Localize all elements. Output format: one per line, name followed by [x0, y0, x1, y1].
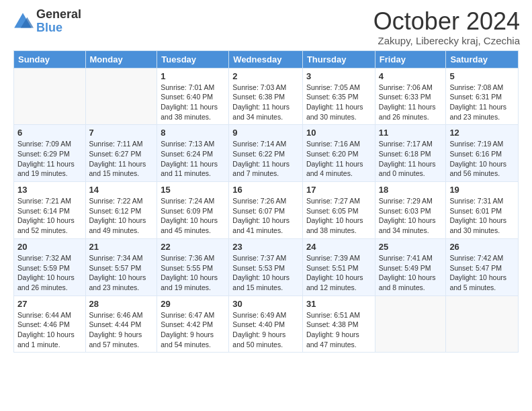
day-info: Sunrise: 7:08 AM Sunset: 6:31 PM Dayligh… — [449, 83, 515, 122]
logo: General Blue — [12, 8, 81, 35]
calendar-week-row: 20Sunrise: 7:32 AM Sunset: 5:59 PM Dayli… — [14, 238, 519, 295]
day-info: Sunrise: 7:21 AM Sunset: 6:14 PM Dayligh… — [17, 196, 82, 236]
calendar-cell: 28Sunrise: 6:46 AM Sunset: 4:44 PM Dayli… — [85, 295, 157, 353]
calendar-cell: 2Sunrise: 7:03 AM Sunset: 6:38 PM Daylig… — [229, 68, 303, 125]
calendar-cell: 22Sunrise: 7:36 AM Sunset: 5:55 PM Dayli… — [157, 238, 229, 295]
calendar-cell: 31Sunrise: 6:51 AM Sunset: 4:38 PM Dayli… — [302, 295, 375, 353]
calendar-cell: 12Sunrise: 7:19 AM Sunset: 6:16 PM Dayli… — [446, 125, 519, 182]
day-info: Sunrise: 7:06 AM Sunset: 6:33 PM Dayligh… — [379, 83, 443, 122]
calendar-cell: 16Sunrise: 7:26 AM Sunset: 6:07 PM Dayli… — [229, 182, 303, 239]
day-info: Sunrise: 7:27 AM Sunset: 6:05 PM Dayligh… — [306, 196, 371, 236]
day-info: Sunrise: 7:31 AM Sunset: 6:01 PM Dayligh… — [449, 196, 515, 236]
day-info: Sunrise: 7:05 AM Sunset: 6:35 PM Dayligh… — [306, 83, 371, 122]
weekday-header: Sunday — [14, 50, 86, 68]
calendar-cell: 18Sunrise: 7:29 AM Sunset: 6:03 PM Dayli… — [375, 182, 446, 239]
day-number: 2 — [232, 71, 299, 81]
day-info: Sunrise: 7:29 AM Sunset: 6:03 PM Dayligh… — [379, 196, 443, 236]
day-number: 27 — [17, 299, 82, 309]
day-number: 5 — [449, 71, 515, 81]
calendar-cell: 21Sunrise: 7:34 AM Sunset: 5:57 PM Dayli… — [85, 238, 157, 295]
calendar-cell — [446, 295, 519, 353]
logo-icon — [12, 11, 34, 32]
weekday-header: Friday — [375, 50, 446, 68]
calendar-week-row: 27Sunrise: 6:44 AM Sunset: 4:46 PM Dayli… — [14, 295, 519, 353]
day-number: 31 — [306, 299, 371, 309]
day-info: Sunrise: 7:09 AM Sunset: 6:29 PM Dayligh… — [17, 139, 82, 179]
calendar-cell: 3Sunrise: 7:05 AM Sunset: 6:35 PM Daylig… — [302, 68, 375, 125]
header-row: SundayMondayTuesdayWednesdayThursdayFrid… — [14, 50, 519, 68]
day-number: 26 — [449, 242, 515, 252]
day-number: 6 — [17, 128, 82, 138]
calendar-cell: 19Sunrise: 7:31 AM Sunset: 6:01 PM Dayli… — [446, 182, 519, 239]
day-number: 14 — [89, 185, 154, 195]
day-number: 16 — [232, 185, 299, 195]
weekday-header: Saturday — [446, 50, 519, 68]
day-info: Sunrise: 7:37 AM Sunset: 5:53 PM Dayligh… — [232, 253, 299, 293]
day-info: Sunrise: 7:32 AM Sunset: 5:59 PM Dayligh… — [17, 253, 82, 293]
day-info: Sunrise: 7:11 AM Sunset: 6:27 PM Dayligh… — [89, 139, 154, 179]
calendar-week-row: 1Sunrise: 7:01 AM Sunset: 6:40 PM Daylig… — [14, 68, 519, 125]
day-number: 24 — [306, 242, 371, 252]
calendar-header: SundayMondayTuesdayWednesdayThursdayFrid… — [14, 50, 519, 68]
day-info: Sunrise: 7:01 AM Sunset: 6:40 PM Dayligh… — [161, 83, 225, 122]
day-number: 4 — [379, 71, 443, 81]
day-info: Sunrise: 6:51 AM Sunset: 4:38 PM Dayligh… — [306, 310, 371, 350]
day-info: Sunrise: 7:19 AM Sunset: 6:16 PM Dayligh… — [449, 139, 515, 179]
calendar-cell: 26Sunrise: 7:42 AM Sunset: 5:47 PM Dayli… — [446, 238, 519, 295]
weekday-header: Wednesday — [229, 50, 303, 68]
day-number: 11 — [379, 128, 443, 138]
day-number: 7 — [89, 128, 154, 138]
day-info: Sunrise: 7:24 AM Sunset: 6:09 PM Dayligh… — [161, 196, 225, 236]
logo-general-text: General — [36, 8, 81, 21]
calendar-cell — [14, 68, 86, 125]
day-number: 23 — [232, 242, 299, 252]
day-number: 20 — [17, 242, 82, 252]
weekday-header: Monday — [85, 50, 157, 68]
day-info: Sunrise: 7:34 AM Sunset: 5:57 PM Dayligh… — [89, 253, 154, 293]
day-number: 9 — [232, 128, 299, 138]
day-number: 1 — [161, 71, 225, 81]
calendar-cell: 24Sunrise: 7:39 AM Sunset: 5:51 PM Dayli… — [302, 238, 375, 295]
location: Zakupy, Liberecky kraj, Czechia — [373, 35, 520, 46]
calendar-week-row: 6Sunrise: 7:09 AM Sunset: 6:29 PM Daylig… — [14, 125, 519, 182]
day-number: 30 — [232, 299, 299, 309]
day-info: Sunrise: 7:14 AM Sunset: 6:22 PM Dayligh… — [232, 139, 299, 179]
day-number: 19 — [449, 185, 515, 195]
calendar-cell: 17Sunrise: 7:27 AM Sunset: 6:05 PM Dayli… — [302, 182, 375, 239]
calendar-cell: 27Sunrise: 6:44 AM Sunset: 4:46 PM Dayli… — [14, 295, 86, 353]
calendar-cell: 30Sunrise: 6:49 AM Sunset: 4:40 PM Dayli… — [229, 295, 303, 353]
day-info: Sunrise: 7:41 AM Sunset: 5:49 PM Dayligh… — [379, 253, 443, 293]
calendar-cell: 13Sunrise: 7:21 AM Sunset: 6:14 PM Dayli… — [14, 182, 86, 239]
weekday-header: Tuesday — [157, 50, 229, 68]
day-info: Sunrise: 7:03 AM Sunset: 6:38 PM Dayligh… — [232, 83, 299, 122]
calendar-cell: 4Sunrise: 7:06 AM Sunset: 6:33 PM Daylig… — [375, 68, 446, 125]
calendar-week-row: 13Sunrise: 7:21 AM Sunset: 6:14 PM Dayli… — [14, 182, 519, 239]
day-number: 3 — [306, 71, 371, 81]
page-header: General Blue October 2024 Zakupy, Libere… — [0, 0, 532, 50]
calendar-cell — [85, 68, 157, 125]
day-info: Sunrise: 6:49 AM Sunset: 4:40 PM Dayligh… — [232, 310, 299, 350]
calendar-body: 1Sunrise: 7:01 AM Sunset: 6:40 PM Daylig… — [14, 68, 519, 353]
day-number: 12 — [449, 128, 515, 138]
day-info: Sunrise: 6:44 AM Sunset: 4:46 PM Dayligh… — [17, 310, 82, 350]
calendar-cell: 5Sunrise: 7:08 AM Sunset: 6:31 PM Daylig… — [446, 68, 519, 125]
day-info: Sunrise: 7:17 AM Sunset: 6:18 PM Dayligh… — [379, 139, 443, 179]
day-number: 17 — [306, 185, 371, 195]
day-number: 28 — [89, 299, 154, 309]
calendar-cell — [375, 295, 446, 353]
day-number: 10 — [306, 128, 371, 138]
day-number: 25 — [379, 242, 443, 252]
title-block: October 2024 Zakupy, Liberecky kraj, Cze… — [373, 8, 520, 46]
calendar-cell: 7Sunrise: 7:11 AM Sunset: 6:27 PM Daylig… — [85, 125, 157, 182]
calendar-cell: 29Sunrise: 6:47 AM Sunset: 4:42 PM Dayli… — [157, 295, 229, 353]
calendar-cell: 6Sunrise: 7:09 AM Sunset: 6:29 PM Daylig… — [14, 125, 86, 182]
day-info: Sunrise: 7:42 AM Sunset: 5:47 PM Dayligh… — [449, 253, 515, 293]
day-info: Sunrise: 7:36 AM Sunset: 5:55 PM Dayligh… — [161, 253, 225, 293]
day-info: Sunrise: 7:22 AM Sunset: 6:12 PM Dayligh… — [89, 196, 154, 236]
day-info: Sunrise: 7:26 AM Sunset: 6:07 PM Dayligh… — [232, 196, 299, 236]
day-info: Sunrise: 7:13 AM Sunset: 6:24 PM Dayligh… — [161, 139, 225, 179]
day-number: 21 — [89, 242, 154, 252]
logo-blue-text: Blue — [36, 21, 81, 35]
day-info: Sunrise: 6:46 AM Sunset: 4:44 PM Dayligh… — [89, 310, 154, 350]
day-number: 15 — [161, 185, 225, 195]
